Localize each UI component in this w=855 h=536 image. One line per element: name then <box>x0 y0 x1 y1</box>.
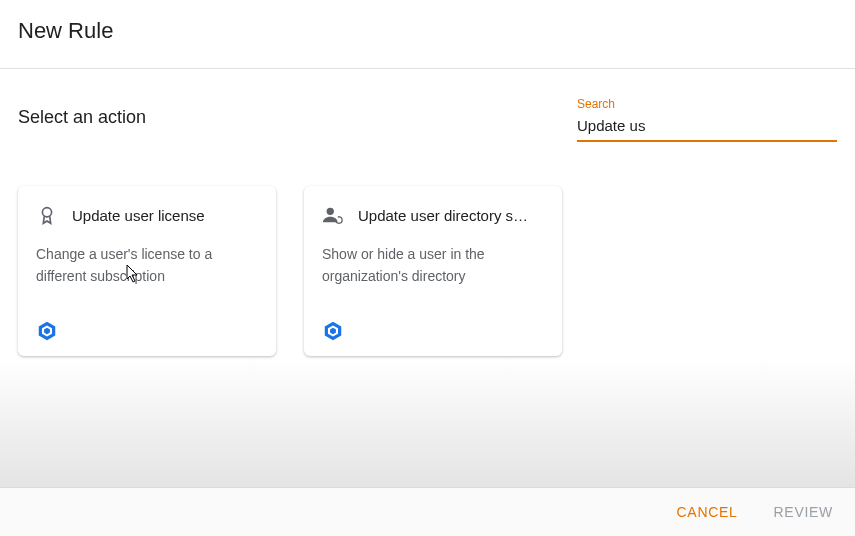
svg-marker-5 <box>338 216 340 218</box>
search-field[interactable]: Search <box>577 97 837 142</box>
card-description: Change a user's license to a different s… <box>36 244 258 287</box>
page-title: New Rule <box>18 18 837 44</box>
card-update-user-directory[interactable]: Update user directory s… Show or hide a … <box>304 186 562 356</box>
search-input[interactable] <box>577 113 837 142</box>
card-title: Update user license <box>72 207 205 224</box>
person-sync-icon <box>322 204 344 226</box>
card-update-user-license[interactable]: Update user license Change a user's lice… <box>18 186 276 356</box>
svg-point-0 <box>42 208 51 217</box>
card-title: Update user directory s… <box>358 207 528 224</box>
card-header: Update user directory s… <box>322 204 544 226</box>
card-header: Update user license <box>36 204 258 226</box>
badge-icon <box>36 204 58 226</box>
content-row: Select an action Search <box>0 69 855 142</box>
svg-point-4 <box>327 208 334 215</box>
header: New Rule <box>0 0 855 69</box>
gradient-overlay <box>0 357 855 487</box>
action-cards: Update user license Change a user's lice… <box>0 186 855 356</box>
search-label: Search <box>577 97 837 111</box>
footer: CANCEL REVIEW <box>0 487 855 536</box>
review-button[interactable]: REVIEW <box>770 496 837 528</box>
section-title: Select an action <box>18 107 146 128</box>
admin-hexagon-icon <box>36 320 58 342</box>
card-description: Show or hide a user in the organization'… <box>322 244 544 287</box>
cancel-button[interactable]: CANCEL <box>673 496 742 528</box>
admin-hexagon-icon <box>322 320 344 342</box>
